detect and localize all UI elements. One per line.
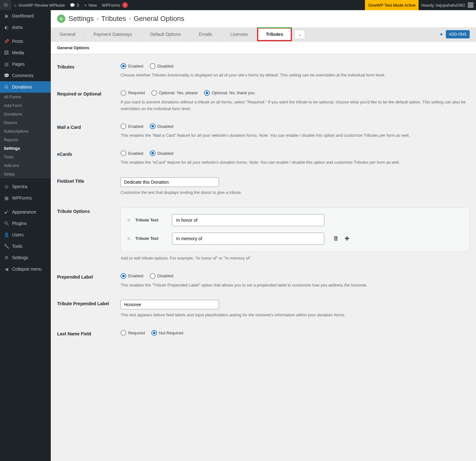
wpforms-link[interactable]: WPForms1 [99,0,130,10]
plus-icon: ✚ [345,235,349,242]
addons-button[interactable]: ADD-ONS [446,30,470,38]
sidebar-item-comments[interactable]: 💬Comments [0,70,51,81]
submenu-tools[interactable]: Tools [0,153,51,161]
submenu-reports[interactable]: Reports [0,135,51,144]
pin-icon: 📌 [3,38,10,44]
sidebar-item-settings[interactable]: ⚙Settings [0,252,51,263]
tools-icon: 🔧 [3,243,10,249]
sidebar-item-appearance[interactable]: 🖌Appearance [0,206,51,218]
submenu-add-form[interactable]: Add Form [0,101,51,110]
optional-yes-radio[interactable] [151,90,157,96]
test-mode-banner[interactable]: GiveWP Test Mode Active [365,0,419,10]
sidebar-item-media[interactable]: 🖾Media [0,47,51,58]
add-row-button[interactable]: ✚ [345,235,349,242]
trash-icon: 🗑 [333,235,339,241]
comment-icon: 💬 [3,72,10,79]
ecards-disabled-radio[interactable] [150,150,155,156]
submenu-label: Donors [4,120,17,125]
submenu-addons[interactable]: Add-ons [0,161,51,170]
prepended-disabled-radio[interactable] [150,273,155,279]
fieldset-title-input[interactable] [121,177,219,187]
submenu-subscriptions[interactable]: Subscriptions [0,127,51,135]
mail-card-disabled-radio[interactable] [150,123,155,129]
sub-tab-general-options[interactable]: General Options [51,42,476,54]
required-desc: If you want to prevent donations without… [121,99,470,112]
sidebar-item-users[interactable]: 👤Users [0,229,51,240]
breadcrumb-settings: Settings [69,15,94,23]
howdy-text: Howdy, kejupahafu0382 [421,3,465,8]
plus-icon: + [84,3,87,8]
tab-tributes[interactable]: Tributes [257,27,292,41]
submenu-all-forms[interactable]: All Forms [0,93,51,101]
required-radio[interactable] [121,90,126,96]
breadcrumb-general-options: General Options [134,15,184,23]
page-icon: ▤ [3,61,10,67]
sidebar-item-pages[interactable]: ▤Pages [0,58,51,70]
admin-sidebar: ◉Dashboard ◐Astra 📌Posts 🖾Media ▤Pages 💬… [0,10,51,461]
comments-link[interactable]: 💬0 [67,0,82,10]
dashboard-icon: ◉ [3,13,10,19]
ecards-enabled-radio[interactable] [121,150,126,156]
tribute-text-label: Tribute Text [135,236,167,241]
fieldset-title-label: Fieldset Title [57,177,121,196]
drag-handle-icon[interactable]: ≡ [127,236,130,241]
tribute-prepended-label-input[interactable] [121,300,219,309]
appearance-icon: 🖌 [3,209,10,215]
sidebar-item-donations[interactable]: GDonations [0,81,51,93]
sidebar-item-tools[interactable]: 🔧Tools [0,240,51,252]
prepended-desc: This enables the "Tribute Prepended Labe… [121,282,470,289]
submenu-settings[interactable]: Settings [0,144,51,153]
drag-handle-icon[interactable]: ≡ [127,217,130,223]
sidebar-item-label: Users [12,232,24,237]
sidebar-item-dashboard[interactable]: ◉Dashboard [0,10,51,22]
settings-tabs: General Payment Gateways Default Options… [51,27,476,42]
sidebar-item-wpforms[interactable]: ▦WPForms [0,192,51,204]
comments-count: 0 [77,3,79,8]
mail-card-desc: This enables the "Mail a Card" feature f… [121,132,470,139]
fieldset-title-desc: Customize the text that displays invitin… [121,189,470,196]
tribute-prepended-label-desc: This text appears before field labels an… [121,312,470,319]
sidebar-item-label: Dashboard [12,13,34,18]
tributes-disabled-radio[interactable] [150,63,155,69]
tab-default-options[interactable]: Default Options [141,27,190,41]
wp-logo[interactable]: ⓦ [0,0,11,10]
tab-payment-gateways[interactable]: Payment Gateways [85,27,141,41]
comment-icon: 💬 [70,3,75,8]
sidebar-item-posts[interactable]: 📌Posts [0,36,51,47]
tab-emails[interactable]: Emails [190,27,221,41]
sidebar-item-label: Appearance [12,209,36,214]
sidebar-item-collapse[interactable]: ◀Collapse menu [0,263,51,275]
delete-row-button[interactable]: 🗑 [333,235,339,242]
tribute-option-row: ≡ Tribute Text 🗑 ✚ [124,229,466,248]
optional-no-radio[interactable] [204,90,210,96]
tribute-text-input-2[interactable] [172,233,324,245]
tab-general[interactable]: General [51,27,85,41]
disabled-label: Disabled [157,124,174,129]
submenu-donors[interactable]: Donors [0,118,51,127]
breadcrumb-tributes: Tributes [101,15,126,23]
submenu-label: Subscriptions [4,129,29,134]
tabs-overflow-dropdown[interactable]: ⌄ [294,30,305,39]
sidebar-item-astra[interactable]: ◐Astra [0,22,51,33]
last-name-not-required-radio[interactable] [151,330,157,336]
submenu-setup[interactable]: Setup [0,170,51,178]
sparkle-icon: ✦ [439,31,443,37]
new-content-link[interactable]: +New [82,0,100,10]
sidebar-item-plugins[interactable]: 🔌Plugins [0,218,51,229]
mail-card-enabled-radio[interactable] [121,123,126,129]
site-name-link[interactable]: ⌂GiveWP Review WPkube [11,0,67,10]
tribute-options-label: Tribute Options [57,207,121,262]
tribute-prepended-label-label: Tribute Prepended Label [57,300,121,319]
wpforms-label: WPForms [102,3,120,8]
tribute-text-input-1[interactable] [172,214,324,226]
givewp-logo-icon: G [57,15,65,23]
submenu-donations[interactable]: Donations [0,110,51,118]
tributes-enabled-radio[interactable] [121,63,126,69]
tab-licenses[interactable]: Licenses [221,27,257,41]
user-menu[interactable]: Howdy, kejupahafu0382 [419,0,476,10]
prepended-enabled-radio[interactable] [121,273,126,279]
last-name-required-radio[interactable] [121,330,126,336]
sidebar-item-label: Astra [12,25,23,30]
required-label: Required or Optional [57,90,121,112]
sidebar-item-spectra[interactable]: ◎Spectra [0,181,51,192]
